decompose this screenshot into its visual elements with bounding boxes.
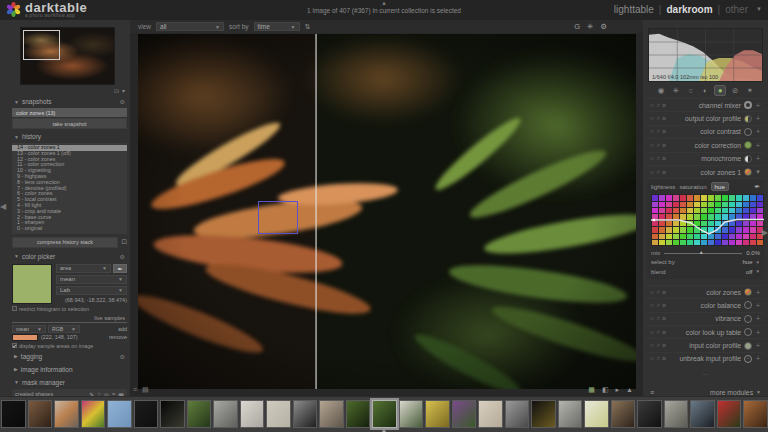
overexposed-icon[interactable]: ◧ bbox=[602, 386, 609, 394]
filmstrip-thumb-cat[interactable] bbox=[54, 400, 79, 428]
active-modules-icon[interactable]: ◉ bbox=[655, 86, 667, 95]
remove-sample-button[interactable]: remove bbox=[109, 334, 127, 340]
sort-order-icon[interactable]: ⇅ bbox=[305, 23, 311, 31]
multi-instance-plus-icon[interactable]: + bbox=[755, 315, 761, 322]
filmstrip-thumb-red-tulip[interactable] bbox=[717, 400, 742, 428]
collapse-top-panel-icon[interactable]: ▲ bbox=[381, 0, 387, 6]
filmstrip-thumb-rust-abstract[interactable] bbox=[743, 400, 768, 428]
basic-group-icon[interactable]: ○ bbox=[685, 86, 697, 95]
module-row-color-zones-1[interactable]: ⊙↺≣color zones 1▾ bbox=[647, 165, 764, 178]
history-item[interactable]: 0 - original bbox=[12, 226, 127, 232]
snapshot-item[interactable]: color zones (13) bbox=[12, 108, 127, 117]
gear-icon[interactable]: ⚙ bbox=[120, 98, 125, 105]
multi-instance-plus-icon[interactable]: + bbox=[755, 115, 761, 122]
gear-icon[interactable]: ⚙ bbox=[120, 353, 125, 360]
filmstrip-thumb-dark-room[interactable] bbox=[134, 400, 159, 428]
zoom-fit-icon[interactable]: ⊡ bbox=[114, 87, 119, 94]
module-row-unbreak-input-profile[interactable]: ⊙↺≣unbreak input profile+ bbox=[647, 352, 764, 365]
softproof-icon[interactable]: ▸ bbox=[616, 386, 620, 394]
gear-icon[interactable]: ⚙ bbox=[120, 253, 125, 260]
filmstrip-thumb-green-fern-selected[interactable] bbox=[372, 400, 397, 428]
mix-slider[interactable]: ▲ bbox=[664, 250, 742, 255]
filmstrip-thumb-statue-relief[interactable] bbox=[664, 400, 689, 428]
chevron-down-icon[interactable]: ▾ bbox=[122, 87, 125, 94]
multi-instance-plus-icon[interactable]: + bbox=[755, 102, 761, 109]
tagging-header[interactable]: ▶ tagging ⚙ bbox=[12, 351, 127, 362]
main-image[interactable] bbox=[138, 34, 636, 389]
view-link-darkroom[interactable]: darkroom bbox=[666, 4, 712, 15]
module-row-color-zones[interactable]: ⊙↺≣color zones+ bbox=[647, 285, 764, 298]
filmstrip-thumb-green-fern[interactable] bbox=[346, 400, 371, 428]
sample-stat-select[interactable]: mean ▼ bbox=[12, 325, 46, 333]
picker-stat-select[interactable]: mean ▼ bbox=[56, 275, 127, 284]
create-style-icon[interactable]: ⊡ bbox=[121, 238, 127, 246]
multi-instance-plus-icon[interactable]: + bbox=[755, 342, 761, 349]
presets-icon[interactable]: ≡ bbox=[650, 389, 654, 396]
color-group-icon[interactable]: ● bbox=[714, 85, 726, 96]
history-header[interactable]: ▼ history bbox=[12, 131, 127, 142]
module-row-color-look-up-table[interactable]: ⊙↺≣color look up table+ bbox=[647, 325, 764, 338]
navigation-viewport-box[interactable] bbox=[23, 30, 60, 60]
effect-group-icon[interactable]: ✶ bbox=[744, 86, 756, 95]
filmstrip-thumb-dark-edge[interactable] bbox=[1, 400, 26, 428]
gamut-check-icon[interactable]: ▲ bbox=[626, 386, 633, 394]
filmstrip-thumb-dark-arch[interactable] bbox=[637, 400, 662, 428]
filmstrip-thumb-sky-plane[interactable] bbox=[107, 400, 132, 428]
color-zones-curve[interactable] bbox=[651, 194, 764, 246]
collapse-left-panel-icon[interactable]: ◀ bbox=[0, 202, 6, 211]
filmstrip-thumb-dark-stripes[interactable] bbox=[293, 400, 318, 428]
filmstrip-thumb-gray-car[interactable] bbox=[213, 400, 238, 428]
display-samples-checkbox[interactable]: ✔ bbox=[12, 343, 17, 348]
filmstrip-thumb-light-wall[interactable] bbox=[266, 400, 291, 428]
filmstrip-thumb-beagle-dog[interactable] bbox=[611, 400, 636, 428]
filmstrip-thumb-statues[interactable] bbox=[319, 400, 344, 428]
module-row-color-correction[interactable]: ⊙↺≣color correction+ bbox=[647, 138, 764, 151]
filmstrip-thumb-brown-dog[interactable] bbox=[28, 400, 53, 428]
module-row-input-color-profile[interactable]: ⊙↺≣input color profile+ bbox=[647, 338, 764, 351]
grouping-icon[interactable]: G bbox=[574, 22, 580, 31]
eyedropper-icon[interactable]: ✒ bbox=[754, 183, 760, 191]
multi-instance-plus-icon[interactable]: + bbox=[755, 155, 761, 162]
filmstrip-thumb-light-streak[interactable] bbox=[160, 400, 185, 428]
filmstrip-thumb-beige-texture[interactable] bbox=[478, 400, 503, 428]
view-filter-select[interactable]: all ▼ bbox=[156, 22, 224, 31]
favorite-modules-icon[interactable]: ✳ bbox=[670, 86, 682, 95]
tab-hue[interactable]: hue bbox=[711, 182, 729, 191]
select-by-select[interactable]: hue ▼ bbox=[743, 259, 760, 265]
module-row-vibrance[interactable]: ⊙↺≣vibrance+ bbox=[647, 312, 764, 325]
overlays-icon[interactable]: ✳ bbox=[587, 22, 593, 31]
module-row-color-zones-1[interactable]: ⊙↺≣color zones 1▾ bbox=[647, 165, 764, 178]
mask-manager-header[interactable]: ▼ mask manager bbox=[12, 377, 127, 388]
multi-instance-plus-icon[interactable]: + bbox=[755, 142, 761, 149]
multi-instance-plus-icon[interactable]: + bbox=[755, 302, 761, 309]
filmstrip-thumb-yellow-bottles[interactable] bbox=[425, 400, 450, 428]
sort-select[interactable]: time ▼ bbox=[254, 22, 300, 31]
filmstrip-thumb-dark-landscape[interactable] bbox=[690, 400, 715, 428]
picker-mode-select[interactable]: area ▼ bbox=[56, 264, 111, 273]
filmstrip-thumb-colorful-flowers[interactable] bbox=[81, 400, 106, 428]
filmstrip-thumb-gray-diagonal[interactable] bbox=[505, 400, 530, 428]
module-row-color-balance[interactable]: ⊙↺≣color balance+ bbox=[647, 298, 764, 311]
multi-instance-plus-icon[interactable]: + bbox=[755, 329, 761, 336]
filmstrip-thumb-film-lights[interactable] bbox=[531, 400, 556, 428]
filmstrip-thumb-white-figure[interactable] bbox=[399, 400, 424, 428]
navigation-thumbnail[interactable] bbox=[20, 27, 115, 85]
filmstrip-thumb-purple-flowers[interactable] bbox=[452, 400, 477, 428]
image-information-header[interactable]: ▶ image information bbox=[12, 364, 127, 375]
raw-overexposed-icon[interactable]: ▦ bbox=[588, 386, 595, 394]
chevron-down-icon[interactable]: ▼ bbox=[756, 6, 762, 12]
sample-space-select[interactable]: RGB ▼ bbox=[48, 325, 80, 333]
multi-instance-plus-icon[interactable]: + bbox=[755, 289, 761, 296]
picker-space-select[interactable]: Lab ▼ bbox=[56, 286, 127, 295]
filmstrip-thumb-white-flowers[interactable] bbox=[584, 400, 609, 428]
module-row-output-color-profile[interactable]: ⊙↺≣output color profile+ bbox=[647, 111, 764, 124]
snapshots-header[interactable]: ▼ snapshots ⚙ bbox=[12, 96, 127, 107]
multi-instance-plus-icon[interactable]: + bbox=[755, 355, 761, 362]
module-row-monochrome[interactable]: ⊙↺≣monochrome+ bbox=[647, 152, 764, 165]
eyedropper-icon[interactable]: ✒ bbox=[113, 264, 127, 273]
collapse-right-panel-icon[interactable]: ▶ bbox=[762, 228, 768, 237]
preferences-icon[interactable]: ⚙ bbox=[600, 22, 607, 31]
color-picker-header[interactable]: ▼ color picker ⚙ bbox=[12, 251, 127, 262]
histogram[interactable]: 1/640 f/4.0 102mm iso 100 bbox=[648, 28, 763, 82]
compress-history-button[interactable]: compress history stack bbox=[12, 237, 118, 248]
